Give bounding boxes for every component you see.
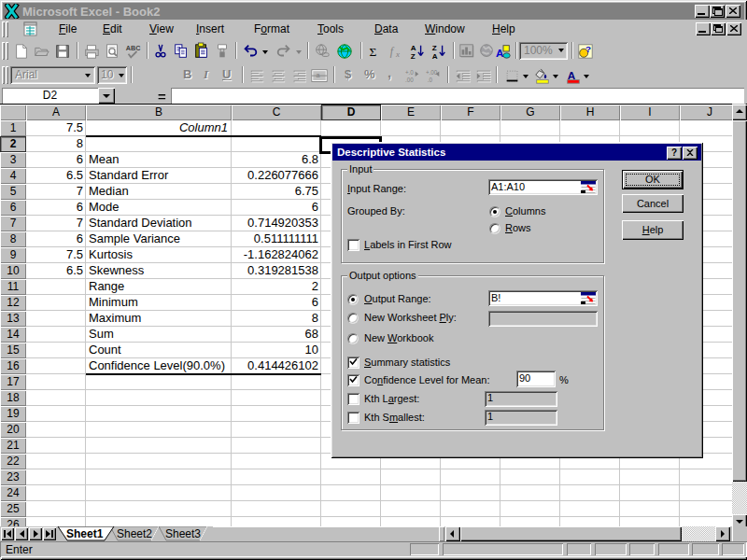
svg-text:A: A: [432, 52, 438, 61]
svg-text:Sheet3: Sheet3: [165, 527, 201, 540]
svg-text:+.00: +.00: [426, 69, 438, 76]
svg-text:+.0: +.0: [405, 69, 414, 76]
svg-text:f: f: [390, 47, 395, 59]
svg-text:ABC: ABC: [126, 44, 141, 52]
svg-text:?: ?: [585, 44, 591, 54]
svg-text:Z: Z: [432, 44, 437, 52]
svg-text:A: A: [568, 69, 576, 81]
svg-text:.0: .0: [428, 77, 433, 83]
svg-text:Σ: Σ: [370, 45, 377, 59]
svg-text:A: A: [411, 44, 416, 52]
svg-text:Sheet2: Sheet2: [117, 527, 152, 540]
svg-text:.00: .00: [405, 77, 414, 83]
svg-text:a: a: [316, 71, 319, 79]
svg-text:Z: Z: [411, 52, 416, 61]
svg-text:Sheet1: Sheet1: [66, 527, 104, 540]
svg-text:x: x: [395, 49, 400, 59]
